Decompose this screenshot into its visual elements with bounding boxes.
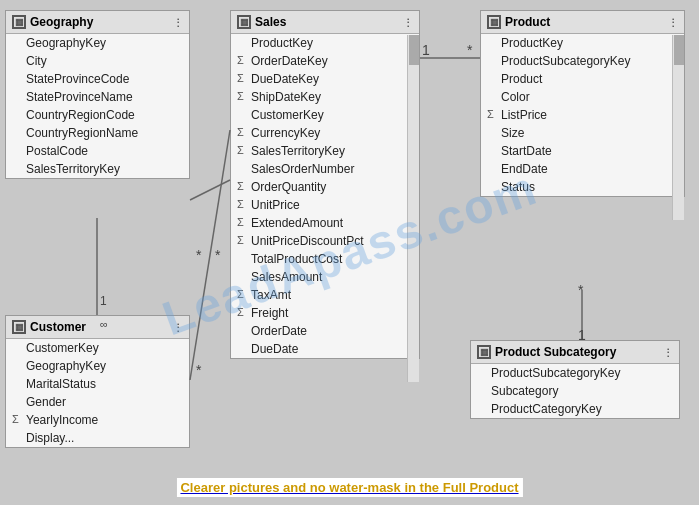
field-startdate: StartDate [481,142,684,160]
customer-table: ▦ Customer ⋮ CustomerKey GeographyKey Ma… [5,315,190,448]
sales-table: ▦ Sales ⋮ ProductKey OrderDateKey DueDat… [230,10,420,359]
svg-text:*: * [215,247,221,263]
field-productkey-prod: ProductKey [481,34,684,52]
field-productsubcategorykey-sub: ProductSubcategoryKey [471,364,679,382]
customer-title: Customer [30,320,86,334]
field-unitpricediscountpct: UnitPriceDiscountPct [231,232,419,250]
table-icon: ▦ [237,15,251,29]
subcategory-menu-icon[interactable]: ⋮ [663,347,673,358]
field-subcategory: Subcategory [471,382,679,400]
svg-line-0 [190,180,230,200]
field-orderdate: OrderDate [231,322,419,340]
svg-line-4 [190,130,230,380]
field-enddate: EndDate [481,160,684,178]
field-yearlyincome: YearlyIncome [6,411,189,429]
scroll-bar[interactable] [407,35,419,382]
field-salesterritorykey: SalesTerritoryKey [231,142,419,160]
geography-title: Geography [30,15,93,29]
svg-text:*: * [578,282,584,298]
sales-title: Sales [255,15,286,29]
bottom-text: Clearer pictures and no water-mask in th… [176,478,522,497]
field-countryregioncode: CountryRegionCode [6,106,189,124]
field-customerkey: CustomerKey [6,339,189,357]
product-title: Product [505,15,550,29]
field-listprice: ListPrice [481,106,684,124]
field-city: City [6,52,189,70]
field-productcategorykey: ProductCategoryKey [471,400,679,418]
field-display: Display... [6,429,189,447]
field-geographykey-cust: GeographyKey [6,357,189,375]
field-countryregionname: CountryRegionName [6,124,189,142]
field-product: Product [481,70,684,88]
field-extendedamount: ExtendedAmount [231,214,419,232]
field-orderdatekey: OrderDateKey [231,52,419,70]
field-duedate: DueDate [231,340,419,358]
table-icon: ▦ [12,320,26,334]
field-productsubcategorykey: ProductSubcategoryKey [481,52,684,70]
bottom-text-content: Clearer pictures and no water-mask in th… [180,480,518,495]
scroll-thumb[interactable] [409,35,419,65]
field-salesterritorykey-geo: SalesTerritoryKey [6,160,189,178]
field-stateprovincecode: StateProvinceCode [6,70,189,88]
field-salesamount: SalesAmount [231,268,419,286]
product-table: ▦ Product ⋮ ProductKey ProductSubcategor… [480,10,685,197]
field-size: Size [481,124,684,142]
field-geographykey: GeographyKey [6,34,189,52]
product-subcategory-header: ▦ Product Subcategory ⋮ [471,341,679,364]
product-subcategory-title: Product Subcategory [495,345,616,359]
svg-text:1: 1 [422,42,430,58]
svg-text:*: * [467,42,473,58]
scroll-thumb-product[interactable] [674,35,684,65]
sales-menu-icon[interactable]: ⋮ [403,17,413,28]
field-taxamt: TaxAmt [231,286,419,304]
field-stateprovincename: StateProvinceName [6,88,189,106]
field-color: Color [481,88,684,106]
product-subcategory-table: ▦ Product Subcategory ⋮ ProductSubcatego… [470,340,680,419]
field-productkey-sales: ProductKey [231,34,419,52]
field-shipdatekey: ShipDateKey [231,88,419,106]
svg-text:*: * [196,247,202,263]
customer-menu-icon[interactable]: ⋮ [173,322,183,333]
customer-header: ▦ Customer ⋮ [6,316,189,339]
svg-text:1: 1 [100,294,107,308]
field-salesordernumber: SalesOrderNumber [231,160,419,178]
geography-header: ▦ Geography ⋮ [6,11,189,34]
svg-text:*: * [196,362,202,378]
geography-menu-icon[interactable]: ⋮ [173,17,183,28]
product-header: ▦ Product ⋮ [481,11,684,34]
sales-header: ▦ Sales ⋮ [231,11,419,34]
field-maritalstatus: MaritalStatus [6,375,189,393]
field-customerkey: CustomerKey [231,106,419,124]
field-status: Status [481,178,684,196]
field-gender: Gender [6,393,189,411]
geography-table: ▦ Geography ⋮ GeographyKey City StatePro… [5,10,190,179]
field-postalcode: PostalCode [6,142,189,160]
field-duedatekey: DueDateKey [231,70,419,88]
field-totalproductcost: TotalProductCost [231,250,419,268]
table-icon: ▦ [487,15,501,29]
product-menu-icon[interactable]: ⋮ [668,17,678,28]
scroll-bar-product[interactable] [672,35,684,220]
field-currencykey: CurrencyKey [231,124,419,142]
field-unitprice: UnitPrice [231,196,419,214]
field-orderquantity: OrderQuantity [231,178,419,196]
field-freight: Freight [231,304,419,322]
table-icon: ▦ [12,15,26,29]
table-icon: ▦ [477,345,491,359]
